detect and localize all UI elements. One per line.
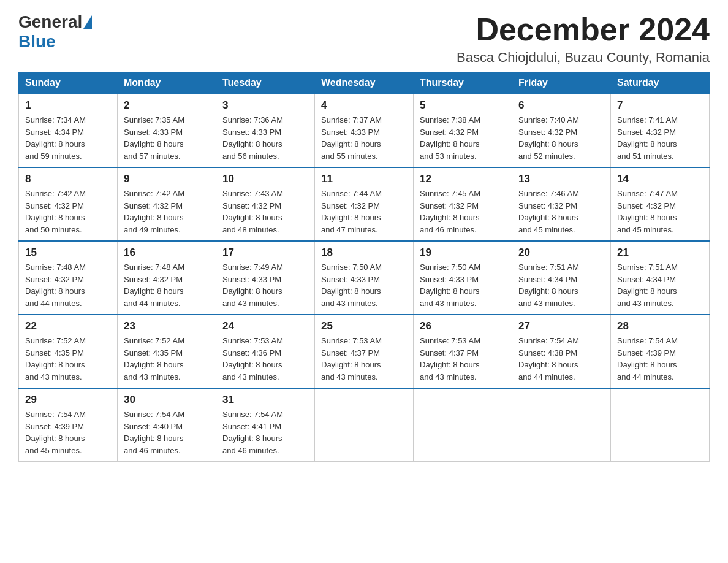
day-info: Sunrise: 7:42 AMSunset: 4:32 PMDaylight:… xyxy=(124,189,184,234)
col-sunday: Sunday xyxy=(19,72,118,94)
col-tuesday: Tuesday xyxy=(216,72,315,94)
calendar-week-1: 1 Sunrise: 7:34 AMSunset: 4:34 PMDayligh… xyxy=(19,94,710,167)
day-info: Sunrise: 7:52 AMSunset: 4:35 PMDaylight:… xyxy=(25,336,86,381)
table-row: 21 Sunrise: 7:51 AMSunset: 4:34 PMDaylig… xyxy=(611,241,710,315)
day-info: Sunrise: 7:35 AMSunset: 4:33 PMDaylight:… xyxy=(124,115,184,161)
col-friday: Friday xyxy=(512,72,611,94)
day-info: Sunrise: 7:50 AMSunset: 4:33 PMDaylight:… xyxy=(321,262,382,308)
calendar-week-3: 15 Sunrise: 7:48 AMSunset: 4:32 PMDaylig… xyxy=(19,241,710,315)
col-thursday: Thursday xyxy=(414,72,512,94)
day-info: Sunrise: 7:45 AMSunset: 4:32 PMDaylight:… xyxy=(420,189,480,234)
day-number: 20 xyxy=(518,247,604,259)
day-info: Sunrise: 7:46 AMSunset: 4:32 PMDaylight:… xyxy=(518,189,579,234)
table-row: 14 Sunrise: 7:47 AMSunset: 4:32 PMDaylig… xyxy=(611,167,710,241)
table-row: 23 Sunrise: 7:52 AMSunset: 4:35 PMDaylig… xyxy=(118,315,216,388)
day-info: Sunrise: 7:54 AMSunset: 4:38 PMDaylight:… xyxy=(518,336,579,381)
day-info: Sunrise: 7:38 AMSunset: 4:32 PMDaylight:… xyxy=(420,115,480,161)
table-row: 11 Sunrise: 7:44 AMSunset: 4:32 PMDaylig… xyxy=(315,167,414,241)
day-number: 9 xyxy=(124,173,210,185)
day-info: Sunrise: 7:53 AMSunset: 4:37 PMDaylight:… xyxy=(420,336,480,381)
day-info: Sunrise: 7:41 AMSunset: 4:32 PMDaylight:… xyxy=(617,115,678,161)
day-info: Sunrise: 7:54 AMSunset: 4:41 PMDaylight:… xyxy=(222,410,283,455)
day-number: 24 xyxy=(222,320,308,332)
day-info: Sunrise: 7:37 AMSunset: 4:33 PMDaylight:… xyxy=(321,115,382,161)
table-row: 26 Sunrise: 7:53 AMSunset: 4:37 PMDaylig… xyxy=(414,315,512,388)
table-row: 29 Sunrise: 7:54 AMSunset: 4:39 PMDaylig… xyxy=(19,388,118,462)
calendar-week-2: 8 Sunrise: 7:42 AMSunset: 4:32 PMDayligh… xyxy=(19,167,710,241)
day-number: 15 xyxy=(25,247,111,259)
table-row: 24 Sunrise: 7:53 AMSunset: 4:36 PMDaylig… xyxy=(216,315,315,388)
title-block: December 2024 Basca Chiojdului, Buzau Co… xyxy=(457,12,710,66)
day-info: Sunrise: 7:48 AMSunset: 4:32 PMDaylight:… xyxy=(124,262,184,308)
table-row: 1 Sunrise: 7:34 AMSunset: 4:34 PMDayligh… xyxy=(19,94,118,167)
day-number: 7 xyxy=(617,99,703,112)
calendar-week-4: 22 Sunrise: 7:52 AMSunset: 4:35 PMDaylig… xyxy=(19,315,710,388)
day-info: Sunrise: 7:54 AMSunset: 4:39 PMDaylight:… xyxy=(617,336,678,381)
month-title: December 2024 xyxy=(457,12,710,47)
table-row: 28 Sunrise: 7:54 AMSunset: 4:39 PMDaylig… xyxy=(611,315,710,388)
day-info: Sunrise: 7:48 AMSunset: 4:32 PMDaylight:… xyxy=(25,262,86,308)
day-info: Sunrise: 7:43 AMSunset: 4:32 PMDaylight:… xyxy=(222,189,283,234)
day-number: 11 xyxy=(321,173,407,185)
table-row: 5 Sunrise: 7:38 AMSunset: 4:32 PMDayligh… xyxy=(414,94,512,167)
calendar-header-row: Sunday Monday Tuesday Wednesday Thursday… xyxy=(19,72,710,94)
table-row: 25 Sunrise: 7:53 AMSunset: 4:37 PMDaylig… xyxy=(315,315,414,388)
table-row: 16 Sunrise: 7:48 AMSunset: 4:32 PMDaylig… xyxy=(118,241,216,315)
col-saturday: Saturday xyxy=(611,72,710,94)
day-info: Sunrise: 7:49 AMSunset: 4:33 PMDaylight:… xyxy=(222,262,283,308)
table-row xyxy=(512,388,611,462)
table-row: 13 Sunrise: 7:46 AMSunset: 4:32 PMDaylig… xyxy=(512,167,611,241)
table-row: 19 Sunrise: 7:50 AMSunset: 4:33 PMDaylig… xyxy=(414,241,512,315)
table-row xyxy=(611,388,710,462)
col-wednesday: Wednesday xyxy=(315,72,414,94)
logo-general-text: General xyxy=(18,12,82,32)
day-info: Sunrise: 7:34 AMSunset: 4:34 PMDaylight:… xyxy=(25,115,86,161)
day-info: Sunrise: 7:51 AMSunset: 4:34 PMDaylight:… xyxy=(617,262,678,308)
table-row: 31 Sunrise: 7:54 AMSunset: 4:41 PMDaylig… xyxy=(216,388,315,462)
day-number: 13 xyxy=(518,173,604,185)
table-row: 18 Sunrise: 7:50 AMSunset: 4:33 PMDaylig… xyxy=(315,241,414,315)
table-row: 20 Sunrise: 7:51 AMSunset: 4:34 PMDaylig… xyxy=(512,241,611,315)
table-row: 17 Sunrise: 7:49 AMSunset: 4:33 PMDaylig… xyxy=(216,241,315,315)
col-monday: Monday xyxy=(118,72,216,94)
table-row: 3 Sunrise: 7:36 AMSunset: 4:33 PMDayligh… xyxy=(216,94,315,167)
table-row: 15 Sunrise: 7:48 AMSunset: 4:32 PMDaylig… xyxy=(19,241,118,315)
page-header: General Blue December 2024 Basca Chiojdu… xyxy=(18,12,710,66)
day-info: Sunrise: 7:40 AMSunset: 4:32 PMDaylight:… xyxy=(518,115,579,161)
day-info: Sunrise: 7:53 AMSunset: 4:37 PMDaylight:… xyxy=(321,336,382,381)
day-number: 6 xyxy=(518,99,604,112)
day-number: 2 xyxy=(124,99,210,112)
table-row: 22 Sunrise: 7:52 AMSunset: 4:35 PMDaylig… xyxy=(19,315,118,388)
day-info: Sunrise: 7:44 AMSunset: 4:32 PMDaylight:… xyxy=(321,189,382,234)
day-number: 27 xyxy=(518,320,604,332)
day-number: 26 xyxy=(420,320,506,332)
day-number: 28 xyxy=(617,320,703,332)
table-row: 10 Sunrise: 7:43 AMSunset: 4:32 PMDaylig… xyxy=(216,167,315,241)
logo: General Blue xyxy=(18,12,93,52)
calendar-table: Sunday Monday Tuesday Wednesday Thursday… xyxy=(18,72,710,462)
day-number: 5 xyxy=(420,99,506,112)
day-number: 31 xyxy=(222,394,308,406)
day-number: 16 xyxy=(124,247,210,259)
day-info: Sunrise: 7:52 AMSunset: 4:35 PMDaylight:… xyxy=(124,336,184,381)
day-number: 23 xyxy=(124,320,210,332)
day-info: Sunrise: 7:54 AMSunset: 4:39 PMDaylight:… xyxy=(25,410,86,455)
day-info: Sunrise: 7:51 AMSunset: 4:34 PMDaylight:… xyxy=(518,262,579,308)
day-number: 14 xyxy=(617,173,703,185)
day-number: 29 xyxy=(25,394,111,406)
day-number: 18 xyxy=(321,247,407,259)
day-info: Sunrise: 7:53 AMSunset: 4:36 PMDaylight:… xyxy=(222,336,283,381)
day-number: 10 xyxy=(222,173,308,185)
day-number: 4 xyxy=(321,99,407,112)
day-number: 25 xyxy=(321,320,407,332)
table-row xyxy=(414,388,512,462)
logo-blue-text: Blue xyxy=(18,32,56,51)
table-row xyxy=(315,388,414,462)
table-row: 2 Sunrise: 7:35 AMSunset: 4:33 PMDayligh… xyxy=(118,94,216,167)
day-number: 21 xyxy=(617,247,703,259)
location-title: Basca Chiojdului, Buzau County, Romania xyxy=(457,50,710,66)
day-info: Sunrise: 7:47 AMSunset: 4:32 PMDaylight:… xyxy=(617,189,678,234)
table-row: 9 Sunrise: 7:42 AMSunset: 4:32 PMDayligh… xyxy=(118,167,216,241)
table-row: 4 Sunrise: 7:37 AMSunset: 4:33 PMDayligh… xyxy=(315,94,414,167)
day-number: 1 xyxy=(25,99,111,112)
